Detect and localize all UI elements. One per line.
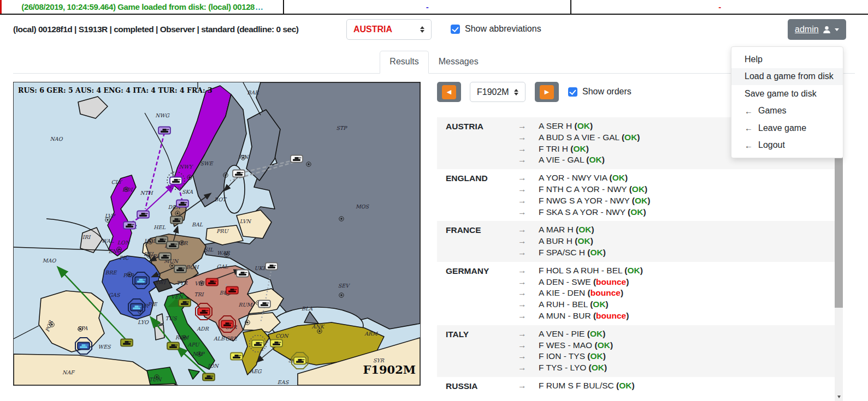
status-message: (26/08/2019, 10:24:59.464) Game loaded f… [21,2,255,11]
tank-icon [132,224,134,225]
tank-icon [187,302,190,302]
unit-england-f-nth[interactable] [137,211,149,218]
unit-italy-a-ven[interactable] [179,300,191,307]
next-phase-button[interactable]: ▶ [535,82,559,102]
menu-item-label: Load a game from disk [745,71,834,81]
order-text: F NWG S A YOR - NWY [539,196,632,205]
tab-results[interactable]: Results [380,51,428,74]
show-orders-checkbox[interactable] [568,87,577,97]
tank-icon [260,343,263,343]
tank-icon [161,131,168,133]
tank-icon [211,376,214,376]
map-label-naf: NAF [62,369,75,375]
order-line: →F TRI H (OK) [518,143,640,155]
unit-england-f-ska[interactable] [176,200,188,207]
order-text: F SKA S A YOR - NWY [539,207,628,217]
map-label-lvp: LVP [105,213,116,219]
unit-russia-f-rum[interactable] [258,301,270,308]
user-menu-button[interactable]: admin [788,19,846,40]
order-line: →F SPA/SC H (OK) [518,247,606,259]
previous-phase-button[interactable]: ◀ [437,82,461,102]
tank-icon [245,272,247,273]
tank-icon [231,289,234,291]
unit-england-a-yor[interactable] [123,222,135,229]
unit-russia-f-stp[interactable] [291,155,303,163]
tank-icon [175,244,178,244]
unit-italy-f-tys[interactable] [167,343,179,350]
map-label-pie: PIE [147,301,157,307]
map-label-iri: IRI [82,234,91,240]
unit-austria-a-bud[interactable] [226,287,238,294]
order-arrow-icon: → [518,310,539,322]
show-orders-toggle[interactable]: Show orders [568,87,631,97]
unit-germany-a-mun[interactable] [174,266,186,273]
map-label-gas: GAS [109,292,121,298]
unit-russia-a-gal[interactable] [237,270,249,277]
tank-icon [123,343,131,345]
results-row-germany: GERMANY→F HOL S A RUH - BEL (OK)→A DEN -… [437,262,835,325]
paren-close: ) [632,381,635,390]
unit-germany-f-hol[interactable] [156,237,168,244]
map-label-mos: MOS [356,204,370,210]
order-result: OK [612,173,625,182]
unit-russia-a-swe[interactable] [233,170,245,177]
phase-select[interactable]: F1902M [470,82,525,102]
show-abbreviations-toggle[interactable]: Show abbreviations [451,24,541,34]
scrollbar-thumb[interactable] [835,157,843,308]
map-label-gre: GRE [225,336,238,342]
menu-item-help[interactable]: Help [731,51,843,68]
unit-germany-a-den[interactable] [170,217,182,224]
menu-item-games[interactable]: ←Games [731,103,843,120]
paren-close: ) [647,196,650,205]
tank-icon [125,341,129,343]
tank-icon [161,257,169,259]
order-arrow-icon: → [518,121,539,132]
unit-russia-a-ukr[interactable] [265,263,277,270]
order-result: OK [624,133,637,142]
unit-austria-a-vie[interactable] [206,279,218,286]
unit-turkey-f-aeg[interactable] [231,353,243,360]
map-label-nwg: NWG [155,112,170,118]
map-label-bar: BAR [247,89,259,95]
unit-italy-f-ion[interactable] [203,374,215,381]
tank-icon [226,322,229,325]
order-text: A VEN - PIE [539,329,587,338]
unit-germany-a-kie[interactable] [167,242,179,249]
menu-item-logout[interactable]: ←Logout [731,137,843,154]
game-map[interactable]: BARNWGNAOSTPFINNWYSWEBOTMOSNTHCLYEDIYORL… [13,82,421,386]
paren-close: ) [626,311,629,320]
order-line: →F NTH C A YOR - NWY (OK) [518,184,650,195]
power-select[interactable]: AUSTRIA [346,19,432,40]
tank-icon [279,342,281,343]
status-cell-3: - [571,0,868,14]
map-label-fin: FIN [238,154,249,160]
menu-item-save-game-to-disk[interactable]: Save game to disk [731,85,843,103]
scrollbar-down-button[interactable] [835,393,843,401]
tank-icon [164,239,167,240]
username: admin [795,25,819,34]
paren-close: ) [603,329,605,338]
unit-germany-a-ruh[interactable] [159,253,171,260]
unit-italy-f-wes[interactable] [121,339,133,346]
order-arrow-icon: → [518,351,539,362]
order-result: OK [590,351,603,361]
order-arrow-icon: → [518,247,539,259]
map-label-gal: GAL [217,264,228,270]
map-label-rom: ROM [175,334,190,340]
map-label-adr: ADR [196,326,209,332]
unit-england-f-nwg[interactable] [158,127,170,134]
tank-icon [256,342,260,344]
menu-item-load-a-game-from-disk[interactable]: Load a game from disk [731,68,843,86]
paren-close: ) [626,277,629,286]
unit-turkey-a-con[interactable] [270,340,282,347]
tank-icon [179,267,182,270]
menu-item-label: Logout [758,140,785,150]
menu-item-leave-game[interactable]: ←Leave game [731,119,843,137]
region-corsica [157,314,163,325]
order-result: OK [590,329,603,338]
status-message-ellipsis: … [255,2,263,11]
tank-icon [86,345,88,345]
tab-messages[interactable]: Messages [429,51,488,74]
show-abbreviations-checkbox[interactable] [451,25,460,34]
status-cell-2: - [284,0,571,14]
